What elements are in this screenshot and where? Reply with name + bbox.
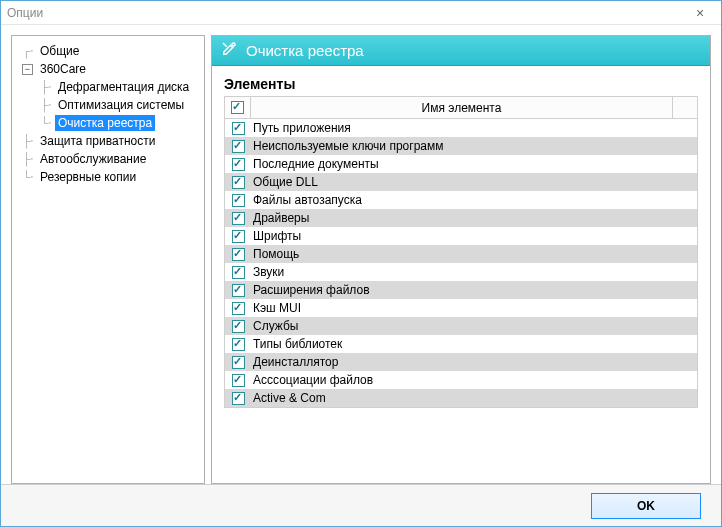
titlebar: Опции × [1,1,721,25]
list-item-label: Неиспользуемые ключи программ [251,139,697,153]
list-item-checkbox[interactable] [232,374,245,387]
list-item-checkbox[interactable] [232,248,245,261]
list-item-checkbox[interactable] [232,140,245,153]
collapse-icon[interactable]: − [22,64,33,75]
list-item-checkbox-cell [225,320,251,333]
list-item-checkbox-cell [225,212,251,225]
tree-item[interactable]: └‧Очистка реестра [40,114,202,132]
list-item-label: Последние документы [251,157,697,171]
tree-item[interactable]: ├‧Дефрагментация диска [40,78,202,96]
tree-connector: ┌‧ [22,44,37,58]
section-header: Очистка реестра [212,36,710,66]
close-button[interactable]: × [685,5,715,21]
header-checkall-cell [225,97,251,118]
list-item-checkbox-cell [225,122,251,135]
tree-item[interactable]: −360Care [22,60,202,78]
list-item-checkbox-cell [225,302,251,315]
list-item-checkbox[interactable] [232,230,245,243]
list-item-label: Помощь [251,247,697,261]
tree-item[interactable]: └‧Резервные копии [22,168,202,186]
nav-tree: ┌‧Общие−360Care├‧Дефрагментация диска├‧О… [11,35,205,484]
list-item-checkbox-cell [225,248,251,261]
list-item-label: Файлы автозапуска [251,193,697,207]
list-item[interactable]: Последние документы [225,155,697,173]
tree-item[interactable]: ├‧Защита приватности [22,132,202,150]
list-item[interactable]: Службы [225,317,697,335]
tree-connector: ├‧ [22,152,37,166]
list-item-label: Кэш MUI [251,301,697,315]
window-body: ┌‧Общие−360Care├‧Дефрагментация диска├‧О… [1,25,721,484]
list-item-checkbox[interactable] [232,122,245,135]
list-item-checkbox[interactable] [232,158,245,171]
tree-connector: ├‧ [40,98,55,112]
list-item-checkbox-cell [225,374,251,387]
tree-item-label: Общие [37,43,82,59]
list-item[interactable]: Деинсталлятор [225,353,697,371]
list-item-checkbox[interactable] [232,320,245,333]
list-item-checkbox-cell [225,194,251,207]
list-item[interactable]: Путь приложения [225,119,697,137]
column-header-extra [673,97,697,118]
list-item-label: Путь приложения [251,121,697,135]
check-all-checkbox[interactable] [231,101,244,114]
list-item-checkbox-cell [225,266,251,279]
content-panel: Очистка реестра Элементы Имя элемента Пу… [211,35,711,484]
list-item-checkbox[interactable] [232,302,245,315]
list-item-checkbox[interactable] [232,212,245,225]
list-item-checkbox[interactable] [232,392,245,405]
list-item-checkbox-cell [225,158,251,171]
tree-item[interactable]: ├‧Автообслуживание [22,150,202,168]
tree-connector: └‧ [40,116,55,130]
list-item-checkbox[interactable] [232,194,245,207]
tree-connector: └‧ [22,170,37,184]
list-item[interactable]: Расширения файлов [225,281,697,299]
section-body: Элементы Имя элемента Путь приложенияНеи… [212,66,710,414]
list-item-label: Деинсталлятор [251,355,697,369]
list-item-label: Асссоциации файлов [251,373,697,387]
list-item-label: Active & Com [251,391,697,405]
tools-icon [220,40,238,61]
list-item-checkbox[interactable] [232,266,245,279]
elements-list: Имя элемента Путь приложенияНеиспользуем… [224,96,698,408]
list-item[interactable]: Неиспользуемые ключи программ [225,137,697,155]
tree-item[interactable]: ┌‧Общие [22,42,202,60]
tree-item-label: Оптимизация системы [55,97,187,113]
tree-item-label: Дефрагментация диска [55,79,192,95]
list-item[interactable]: Драйверы [225,209,697,227]
list-item[interactable]: Типы библиотек [225,335,697,353]
tree-connector: ├‧ [40,80,55,94]
list-item[interactable]: Звуки [225,263,697,281]
list-item-label: Драйверы [251,211,697,225]
list-item-label: Шрифты [251,229,697,243]
footer: OK [1,484,721,526]
svg-point-0 [232,43,235,46]
list-item-checkbox-cell [225,230,251,243]
list-item-checkbox-cell [225,284,251,297]
list-item[interactable]: Общие DLL [225,173,697,191]
tree-item[interactable]: ├‧Оптимизация системы [40,96,202,114]
section-title: Очистка реестра [246,42,364,59]
list-item-checkbox[interactable] [232,356,245,369]
list-item-checkbox[interactable] [232,338,245,351]
list-item-checkbox[interactable] [232,284,245,297]
window-title: Опции [7,6,685,20]
list-item[interactable]: Помощь [225,245,697,263]
list-item[interactable]: Кэш MUI [225,299,697,317]
list-item-label: Расширения файлов [251,283,697,297]
tree-item-label: Защита приватности [37,133,158,149]
options-window: Опции × ┌‧Общие−360Care├‧Дефрагментация … [0,0,722,527]
list-item[interactable]: Шрифты [225,227,697,245]
list-header: Имя элемента [225,97,697,119]
tree-item-label: Резервные копии [37,169,139,185]
list-item-checkbox-cell [225,356,251,369]
column-header-name[interactable]: Имя элемента [251,97,673,118]
list-item[interactable]: Active & Com [225,389,697,407]
list-item[interactable]: Асссоциации файлов [225,371,697,389]
ok-button[interactable]: OK [591,493,701,519]
tree-item-label: 360Care [37,61,89,77]
list-item[interactable]: Файлы автозапуска [225,191,697,209]
list-item-label: Звуки [251,265,697,279]
list-item-checkbox[interactable] [232,176,245,189]
list-item-checkbox-cell [225,140,251,153]
tree-connector: ├‧ [22,134,37,148]
